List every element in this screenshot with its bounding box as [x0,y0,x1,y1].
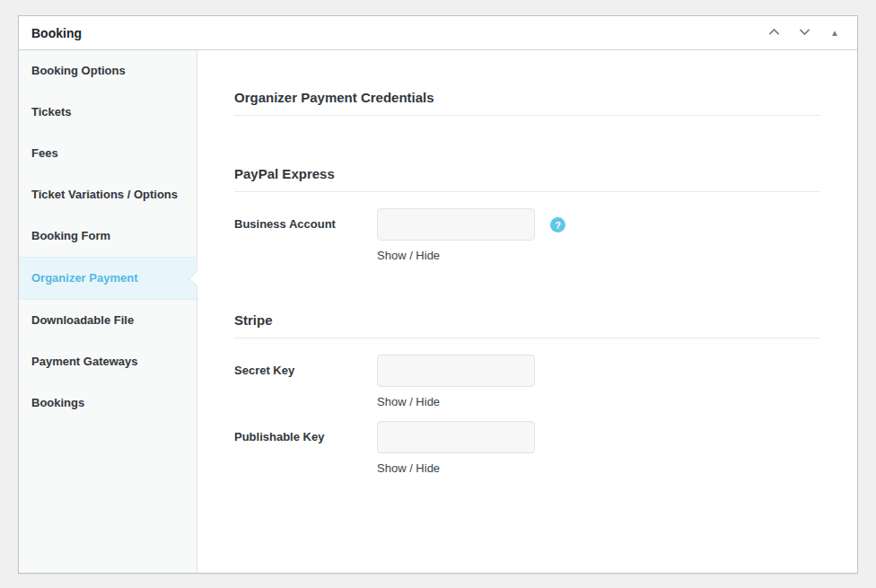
business-account-control: Show / Hide [377,208,535,262]
stripe-heading: Stripe [234,312,820,338]
sidebar-item-tickets[interactable]: Tickets [19,92,197,133]
publishable-key-control: Show / Hide [377,421,535,475]
page-title: Organizer Payment Credentials [234,90,820,116]
help-icon[interactable]: ? [550,217,565,233]
sidebar-item-fees[interactable]: Fees [19,133,197,174]
settings-sidebar: Booking Options Tickets Fees Ticket Vari… [19,50,197,573]
sidebar-item-booking-form[interactable]: Booking Form [19,215,197,257]
sidebar-item-ticket-variations[interactable]: Ticket Variations / Options [19,174,197,215]
booking-metabox: Booking ▲ Booking Options Tickets Fees T… [18,15,858,574]
business-account-row: Business Account Show / Hide ? [234,208,820,262]
metabox-title: Booking [19,16,82,50]
secret-key-input[interactable] [377,355,535,387]
toggle-panel-button[interactable]: ▲ [819,20,850,47]
business-account-input[interactable] [377,208,535,241]
sidebar-item-booking-options[interactable]: Booking Options [19,50,197,92]
publishable-key-show-hide-toggle[interactable]: Show / Hide [377,461,535,475]
publishable-key-label: Publishable Key [234,421,377,453]
chevron-up-icon [766,24,782,42]
organizer-payment-panel: Organizer Payment Credentials PayPal Exp… [197,50,857,573]
sidebar-item-organizer-payment[interactable]: Organizer Payment [19,257,197,300]
paypal-express-heading: PayPal Express [234,166,820,192]
sidebar-item-downloadable-file[interactable]: Downloadable File [19,300,197,341]
publishable-key-input[interactable] [377,421,535,453]
secret-key-show-hide-toggle[interactable]: Show / Hide [377,395,535,408]
metabox-body: Booking Options Tickets Fees Ticket Vari… [19,50,857,573]
secret-key-row: Secret Key Show / Hide [234,355,820,408]
metabox-handle-actions: ▲ [758,20,857,47]
triangle-up-icon: ▲ [830,29,839,38]
metabox-header: Booking ▲ [19,16,857,50]
chevron-down-icon [797,24,812,42]
sidebar-item-bookings[interactable]: Bookings [19,382,197,424]
publishable-key-row: Publishable Key Show / Hide [234,421,820,475]
stripe-section: Stripe Secret Key Show / Hide Publishabl… [234,312,820,475]
secret-key-control: Show / Hide [377,355,535,408]
business-account-label: Business Account [234,208,377,241]
move-down-button[interactable] [789,20,819,47]
business-account-show-hide-toggle[interactable]: Show / Hide [377,249,535,262]
move-up-button[interactable] [758,20,789,47]
secret-key-label: Secret Key [234,355,377,387]
paypal-express-section: PayPal Express Business Account Show / H… [234,166,820,262]
sidebar-item-payment-gateways[interactable]: Payment Gateways [19,341,197,382]
